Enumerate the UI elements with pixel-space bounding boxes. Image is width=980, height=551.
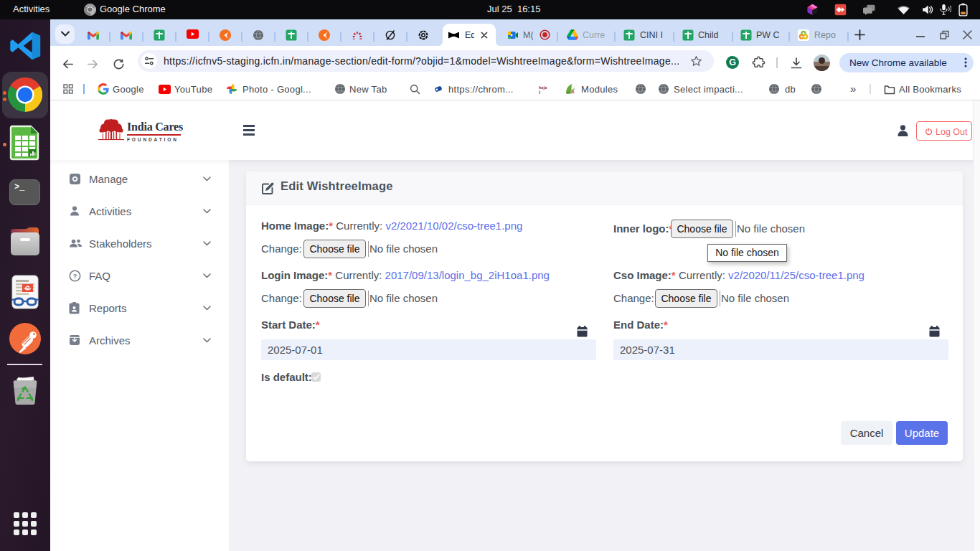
svg-text:?: ?: [73, 272, 77, 280]
svg-text:j: j: [539, 90, 540, 94]
